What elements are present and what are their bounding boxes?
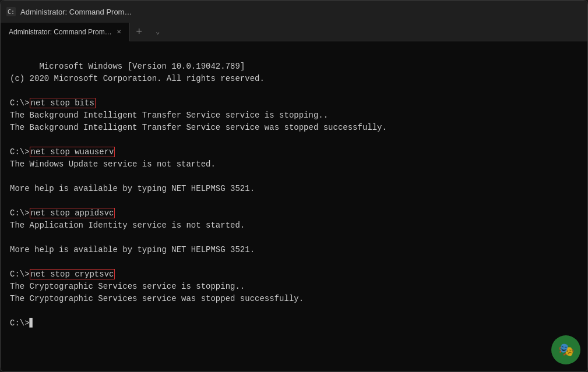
terminal-body[interactable]: Microsoft Windows [Version 10.0.19042.78… [1, 41, 587, 371]
terminal-app-icon: C: [6, 7, 16, 16]
title-bar: C: Administrator: Command Prom… [1, 1, 587, 23]
command-4: net stop cryptsvc [30, 269, 115, 279]
active-tab[interactable]: Administrator: Command Prom… ✕ [1, 23, 130, 41]
output-4b: The Cryptographic Services service was s… [10, 294, 304, 303]
output-1b: The Background Intelligent Transfer Serv… [10, 123, 387, 132]
tab-dropdown-button[interactable]: ⌄ [149, 23, 167, 41]
output-1a: The Background Intelligent Transfer Serv… [10, 111, 328, 120]
terminal-output: Microsoft Windows [Version 10.0.19042.78… [10, 48, 578, 342]
watermark: 🎭 [551, 335, 580, 364]
tab-label: Administrator: Command Prom… [9, 28, 112, 36]
command-2: net stop wuauserv [30, 147, 115, 157]
output-3a: The Application Identity service is not … [10, 221, 245, 230]
prompt-4: C:\> [10, 270, 30, 279]
output-2a: The Windows Update service is not starte… [10, 160, 216, 169]
command-3: net stop appidsvc [30, 208, 115, 218]
prompt-5: C:\> [10, 318, 30, 328]
output-3b: More help is available by typing NET HEL… [10, 245, 255, 254]
output-2b: More help is available by typing NET HEL… [10, 184, 255, 193]
prompt-2: C:\> [10, 147, 30, 157]
new-tab-button[interactable]: + [130, 23, 149, 41]
cursor-block: ▋ [30, 318, 34, 328]
prompt-1: C:\> [10, 98, 30, 108]
command-1: net stop bits [30, 98, 96, 108]
prompt-3: C:\> [10, 208, 30, 218]
tab-bar: Administrator: Command Prom… ✕ + ⌄ [1, 23, 587, 41]
svg-text:C:: C: [8, 9, 15, 15]
output-4a: The Cryptographic Services service is st… [10, 282, 245, 291]
copyright-line: (c) 2020 Microsoft Corporation. All righ… [10, 74, 265, 83]
version-line: Microsoft Windows [Version 10.0.19042.78… [39, 62, 245, 71]
watermark-icon: 🎭 [551, 335, 580, 364]
terminal-window: C: Administrator: Command Prom… Administ… [0, 0, 588, 372]
window-title: Administrator: Command Prom… [20, 8, 577, 16]
tab-close-icon[interactable]: ✕ [117, 29, 121, 35]
